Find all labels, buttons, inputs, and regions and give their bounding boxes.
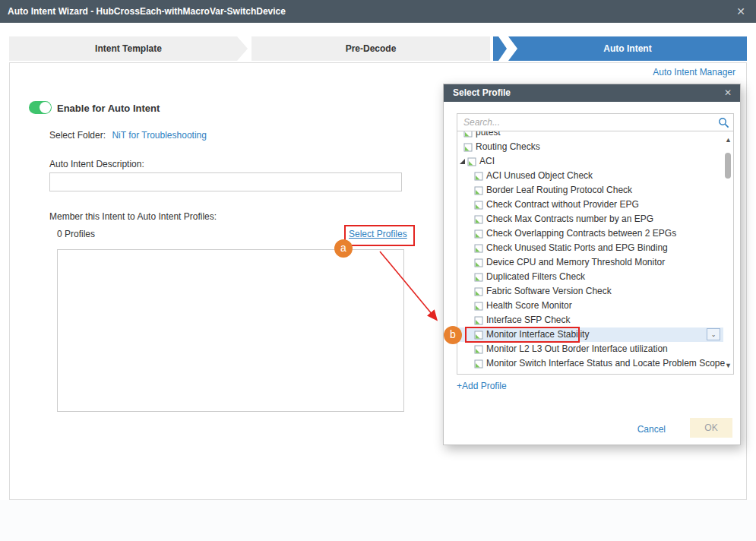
scroll-up-icon[interactable]: ▲ (725, 136, 732, 144)
tree-row[interactable]: Check Overlapping Contracts between 2 EP… (457, 226, 723, 241)
popup-titlebar: Select Profile ✕ (444, 84, 740, 102)
tree-row-label: putest (476, 131, 501, 140)
profile-tree: putest Routing Checks ACI ACI Unused Obj… (457, 131, 734, 375)
profile-icon (474, 345, 483, 354)
profile-icon (474, 186, 483, 195)
search-icon[interactable] (718, 117, 729, 128)
profile-icon (474, 273, 483, 282)
annotation-box-a (344, 225, 415, 246)
popup-title: Select Profile (453, 84, 511, 102)
tab-pre-decode[interactable]: Pre-Decode (251, 36, 490, 61)
tree-row[interactable]: ACI (457, 154, 723, 169)
profile-icon (467, 157, 476, 166)
folder-link[interactable]: NiT for Troubleshooting (112, 130, 207, 141)
tree-row[interactable]: Device CPU and Memory Threshold Monitor (457, 255, 723, 270)
tree-row[interactable]: Border Leaf Routing Protocol Check (457, 183, 723, 198)
row-dropdown-icon[interactable]: ⌄ (707, 328, 720, 340)
annotation-badge-a: a (334, 239, 353, 258)
member-profiles-label: Member this Intent to Auto Intent Profil… (49, 211, 217, 222)
tab-intent-template[interactable]: Intent Template (9, 36, 248, 61)
tree-row-label: Monitor Switch Interface Status and Loca… (486, 356, 725, 371)
profiles-list-box (57, 249, 404, 412)
toggle-knob-icon (40, 102, 51, 113)
window-titlebar: Auto Intent Wizard - HubCrossEach-withMa… (0, 0, 756, 23)
profile-icon (474, 201, 483, 210)
tree-row-label: Monitor L2 L3 Out Border Interface utili… (486, 342, 668, 356)
tree-row[interactable]: Check Unused Static Ports and EPG Bindin… (457, 241, 723, 255)
ok-button[interactable]: OK (690, 418, 732, 438)
profile-icon (474, 215, 483, 224)
tree-row[interactable]: Monitor L2 L3 Out Border Interface utili… (457, 342, 723, 356)
search-box (457, 113, 734, 131)
description-label: Auto Intent Description: (49, 159, 144, 169)
tree-row[interactable]: Health Score Monitor (457, 299, 723, 313)
description-input[interactable] (49, 172, 402, 191)
tree-row[interactable]: ACI Unused Object Check (457, 169, 723, 183)
profile-icon (474, 331, 483, 340)
profiles-count: 0 Profiles (57, 229, 95, 239)
enable-auto-intent-toggle[interactable] (29, 101, 52, 114)
tree-row[interactable]: Fabric Software Version Check (457, 284, 723, 299)
profile-icon (474, 316, 483, 325)
select-folder-label: Select Folder: (49, 130, 106, 141)
expander-down-icon[interactable] (459, 158, 466, 165)
window-title: Auto Intent Wizard - HubCrossEach-withMa… (8, 0, 286, 23)
cancel-button[interactable]: Cancel (637, 424, 666, 435)
tree-row-label: Check Contract without Provider EPG (486, 198, 639, 212)
tree-row-label: Device CPU and Memory Threshold Monitor (486, 255, 665, 270)
tree-row[interactable]: putest (457, 131, 723, 140)
annotation-badge-b: b (444, 326, 462, 344)
scroll-down-icon[interactable]: ▼ (725, 362, 732, 369)
tree-row[interactable]: Check Max Contracts number by an EPG (457, 212, 723, 226)
tree-row-label: Check Unused Static Ports and EPG Bindin… (486, 241, 668, 255)
profile-icon (463, 143, 473, 152)
tree-row-label: Interface SFP Check (486, 313, 571, 327)
tree-row-label: Duplicated Filters Check (486, 270, 585, 284)
tree-row[interactable]: Monitor Interface Stability ⌄ (457, 327, 723, 342)
tree-row-label: ACI Unused Object Check (486, 169, 593, 183)
profile-icon (474, 172, 483, 181)
select-profile-dialog: Select Profile ✕ putest Routing Checks (443, 84, 741, 445)
wizard-steps: Intent Template Pre-Decode Auto Intent (9, 36, 747, 61)
toggle-label: Enable for Auto Intent (57, 103, 160, 114)
scrollbar-thumb[interactable] (725, 153, 731, 179)
chevron-right-icon (493, 36, 507, 61)
tree-row[interactable]: Check Contract without Provider EPG (457, 198, 723, 212)
tree-row[interactable]: Duplicated Filters Check (457, 270, 723, 284)
tree-row-label: Check Max Contracts number by an EPG (486, 212, 653, 226)
profile-icon (463, 131, 473, 138)
profile-icon (474, 258, 483, 267)
footer-bar: i Enable Auto Intent for this intent tem… (0, 500, 756, 541)
tree-row-label: Health Score Monitor (486, 299, 572, 313)
profile-icon (474, 287, 483, 296)
tree-row[interactable]: Routing Checks (457, 140, 723, 154)
popup-close-icon[interactable]: ✕ (724, 84, 732, 102)
select-folder-row: Select Folder: NiT for Troubleshooting (49, 130, 207, 141)
tree-row-label: Check Overlapping Contracts between 2 EP… (486, 226, 676, 241)
tree-row-label: ACI (479, 154, 495, 169)
close-icon[interactable]: ✕ (736, 0, 745, 23)
tree-row[interactable]: Interface SFP Check (457, 313, 723, 327)
tab-auto-intent[interactable]: Auto Intent (508, 36, 747, 61)
search-input[interactable] (457, 114, 733, 131)
tree-row-label: Fabric Software Version Check (486, 284, 612, 299)
tree-row-label: Routing Checks (476, 140, 540, 154)
profile-icon (474, 359, 483, 369)
profile-icon (474, 229, 483, 239)
auto-intent-manager-link[interactable]: Auto Intent Manager (653, 67, 735, 78)
tree-row-label: Monitor Interface Stability (486, 327, 589, 342)
profile-icon (474, 244, 483, 253)
tree-row[interactable]: Monitor Switch Interface Status and Loca… (457, 356, 723, 371)
tree-row-label: Border Leaf Routing Protocol Check (486, 183, 632, 198)
profile-icon (474, 302, 483, 311)
add-profile-link[interactable]: +Add Profile (457, 381, 507, 391)
